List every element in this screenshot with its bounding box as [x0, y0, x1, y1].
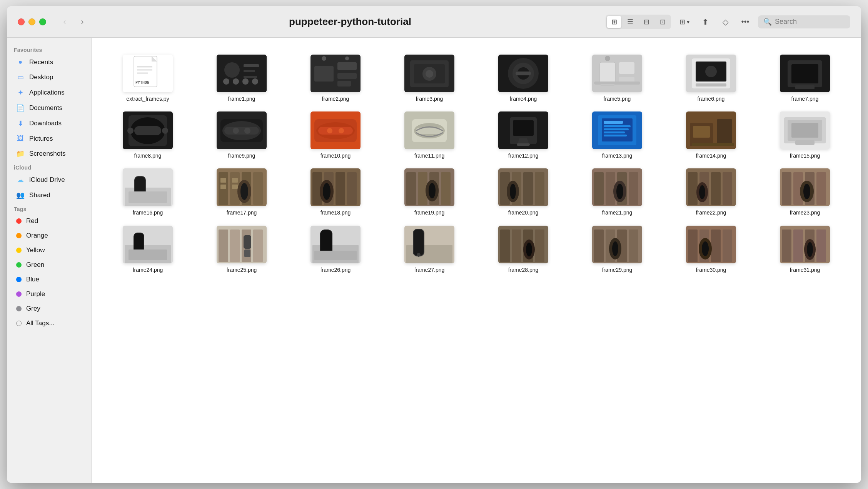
file-item[interactable]: frame25.png [195, 220, 289, 277]
file-item[interactable]: frame1.png [195, 49, 289, 106]
minimize-button[interactable] [28, 18, 35, 25]
thumb-svg [310, 55, 361, 92]
pictures-icon: 🖼 [16, 135, 25, 143]
svg-point-52 [162, 128, 168, 134]
sidebar-item-desktop[interactable]: ▭ Desktop [9, 70, 89, 85]
thumb-svg [217, 55, 267, 92]
thumb-svg [123, 168, 173, 206]
file-item[interactable]: frame8.png [101, 106, 195, 163]
sidebar-yellow-label: Yellow [26, 246, 45, 254]
svg-rect-168 [314, 251, 357, 260]
forward-button[interactable]: › [75, 15, 89, 29]
staging-button[interactable]: ⊞ ▾ [676, 16, 693, 28]
file-item[interactable]: frame17.png [195, 163, 289, 220]
file-item[interactable]: frame19.png [382, 163, 476, 220]
file-thumbnail: PYTHON [123, 55, 173, 92]
file-name: frame7.png [791, 95, 819, 102]
file-name: frame1.png [228, 95, 255, 102]
thumb-svg [686, 168, 736, 206]
view-gallery-button[interactable]: ⊡ [655, 16, 670, 28]
view-grid-button[interactable]: ⊞ [607, 16, 621, 28]
file-item[interactable]: frame3.png [382, 49, 476, 106]
search-box[interactable]: 🔍 [758, 15, 850, 28]
file-item[interactable]: frame13.png [570, 106, 664, 163]
file-item[interactable]: frame20.png [476, 163, 570, 220]
more-button[interactable]: ••• [738, 15, 753, 29]
tag-button[interactable]: ◇ [718, 15, 733, 29]
file-item[interactable]: frame27.png [382, 220, 476, 277]
maximize-button[interactable] [39, 18, 46, 25]
sidebar-item-orange[interactable]: Orange [9, 228, 89, 243]
file-name: frame9.png [228, 152, 255, 159]
file-item[interactable]: frame22.png [664, 163, 758, 220]
svg-point-36 [605, 56, 610, 61]
sidebar-item-all-tags[interactable]: All Tags... [9, 316, 89, 331]
view-columns-button[interactable]: ⊟ [639, 16, 654, 28]
file-item[interactable]: frame29.png [570, 220, 664, 277]
svg-rect-192 [723, 230, 732, 262]
search-input[interactable] [775, 18, 845, 26]
file-item[interactable]: frame2.png [289, 49, 382, 106]
view-list-button[interactable]: ☰ [623, 16, 638, 28]
back-button[interactable]: ‹ [58, 15, 72, 29]
sidebar-item-yellow[interactable]: Yellow [9, 243, 89, 258]
file-item[interactable]: frame4.png [476, 49, 570, 106]
sidebar-item-recents[interactable]: ● Recents [9, 55, 89, 70]
file-thumbnail [686, 168, 736, 206]
file-item[interactable]: frame14.png [664, 106, 758, 163]
svg-rect-34 [619, 62, 634, 74]
file-thumbnail [592, 168, 642, 206]
file-name: frame2.png [322, 95, 349, 102]
file-item[interactable]: frame11.png [382, 106, 476, 163]
file-name: frame3.png [416, 95, 443, 102]
svg-rect-96 [129, 191, 167, 203]
svg-rect-62 [318, 127, 353, 135]
file-item[interactable]: PYTHON extract_frames.py [101, 49, 195, 106]
file-item[interactable]: frame21.png [570, 163, 664, 220]
file-item[interactable]: frame10.png [289, 106, 382, 163]
sidebar-item-pictures[interactable]: 🖼 Pictures [9, 131, 89, 146]
file-name: frame8.png [134, 152, 162, 159]
file-item[interactable]: frame23.png [758, 163, 852, 220]
file-item[interactable]: frame15.png [758, 106, 852, 163]
sidebar-item-icloud-drive[interactable]: ☁ iCloud Drive [9, 172, 89, 188]
close-button[interactable] [18, 18, 25, 25]
sidebar-item-screenshots[interactable]: 📁 Screenshots [9, 146, 89, 161]
sidebar-item-shared[interactable]: 👥 Shared [9, 188, 89, 203]
thumb-svg [217, 226, 267, 263]
thumb-svg [498, 55, 548, 92]
file-name: frame26.png [320, 266, 351, 273]
sidebar-item-downloads[interactable]: ⬇ Downloads [9, 116, 89, 131]
documents-icon: 📄 [16, 104, 25, 112]
file-item[interactable]: frame6.png [664, 49, 758, 106]
thumb-svg [686, 226, 736, 263]
file-item[interactable]: frame7.png [758, 49, 852, 106]
svg-rect-176 [512, 230, 521, 262]
sidebar-item-green[interactable]: Green [9, 258, 89, 272]
file-item[interactable]: frame31.png [758, 220, 852, 277]
file-item[interactable]: frame26.png [289, 220, 382, 277]
sidebar-item-red[interactable]: Red [9, 214, 89, 228]
sidebar-item-applications[interactable]: ✦ Applications [9, 85, 89, 100]
sidebar-item-documents[interactable]: 📄 Documents [9, 100, 89, 116]
svg-point-12 [233, 78, 239, 85]
svg-rect-103 [220, 185, 226, 189]
sidebar-item-purple[interactable]: Purple [9, 287, 89, 301]
file-item[interactable]: frame24.png [101, 220, 195, 277]
svg-rect-16 [314, 66, 334, 82]
svg-point-201 [807, 242, 813, 257]
file-item[interactable]: frame9.png [195, 106, 289, 163]
file-item[interactable]: frame18.png [289, 163, 382, 220]
sidebar-item-grey[interactable]: Grey [9, 301, 89, 316]
file-item[interactable]: frame16.png [101, 163, 195, 220]
file-item[interactable]: frame30.png [664, 220, 758, 277]
sidebar-item-blue[interactable]: Blue [9, 272, 89, 287]
svg-rect-19 [337, 81, 351, 86]
file-item[interactable]: frame5.png [570, 49, 664, 106]
file-item[interactable]: frame12.png [476, 106, 570, 163]
sidebar-orange-label: Orange [26, 232, 48, 240]
svg-point-14 [252, 78, 258, 85]
file-item[interactable]: frame28.png [476, 220, 570, 277]
thumb-svg [123, 226, 173, 263]
share-button[interactable]: ⬆ [698, 15, 713, 29]
